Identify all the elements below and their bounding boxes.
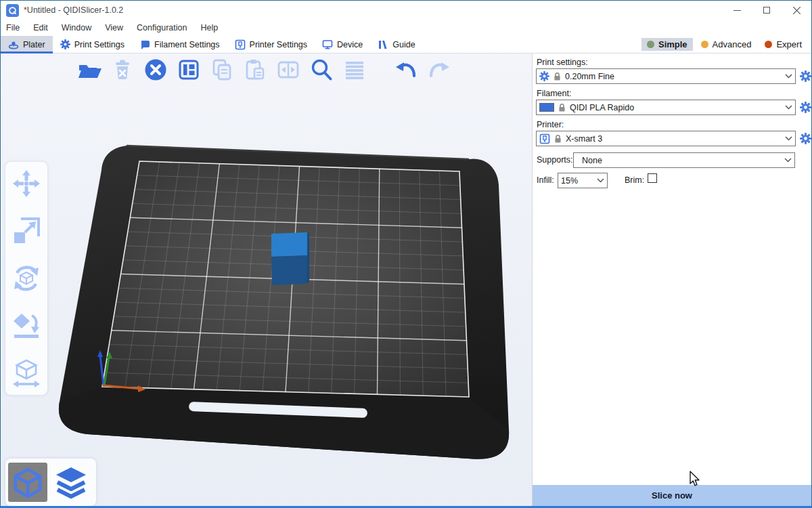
tray-front-face	[59, 387, 509, 459]
menu-view[interactable]: View	[105, 21, 130, 35]
tab-bar: Plater Print Settings Filament Settings …	[1, 36, 811, 54]
model-cube[interactable]	[271, 232, 309, 285]
paste-button[interactable]	[242, 57, 268, 83]
supports-value: None	[577, 156, 780, 165]
filament-label: Filament:	[537, 89, 571, 98]
supports-label: Supports:	[537, 155, 573, 165]
brim-label: Brim:	[625, 175, 644, 185]
maximize-button[interactable]	[752, 1, 782, 20]
filament-combo[interactable]: QIDI PLA Rapido	[536, 100, 796, 115]
filament-gear-button[interactable]	[799, 101, 811, 113]
chevron-down-icon	[785, 105, 792, 110]
print-settings-label: Print settings:	[537, 58, 588, 67]
arrange-button[interactable]	[176, 57, 202, 83]
tab-guide-label: Guide	[392, 40, 415, 49]
gear-icon	[800, 102, 811, 113]
slice-now-label: Slice now	[652, 490, 692, 501]
copy-button[interactable]	[209, 57, 235, 83]
lock-icon	[558, 103, 566, 112]
rotate-icon[interactable]	[12, 263, 41, 293]
slice-now-button[interactable]: Slice now	[533, 485, 811, 506]
tab-device[interactable]: Device	[315, 36, 370, 53]
build-plate-scene	[1, 54, 532, 506]
printer-label: Printer:	[537, 120, 564, 129]
undo-button[interactable]	[393, 57, 419, 83]
move-icon[interactable]	[12, 169, 41, 198]
chevron-down-icon	[785, 74, 792, 79]
advanced-dot-icon	[701, 41, 708, 48]
gear-icon	[800, 70, 811, 82]
chevron-down-icon	[597, 178, 604, 183]
printer-value: X-smart 3	[566, 134, 781, 144]
cube-3d-icon	[12, 466, 44, 499]
place-on-face-icon[interactable]	[12, 311, 41, 341]
plater-toolbar	[76, 57, 452, 83]
printer-combo[interactable]: X-smart 3	[536, 131, 796, 146]
lock-icon	[554, 72, 561, 81]
title-bar: *Untitled - QIDISlicer-1.0.2	[1, 1, 811, 20]
search-button[interactable]	[309, 57, 334, 83]
scale-icon[interactable]	[12, 216, 41, 246]
lock-icon	[554, 134, 562, 144]
infill-value: 15%	[561, 176, 593, 186]
menu-edit[interactable]: Edit	[33, 21, 55, 35]
mode-expert[interactable]: Expert	[759, 38, 807, 51]
minimize-button[interactable]	[722, 1, 752, 20]
menu-bar: File Edit Window View Configuration Help	[1, 20, 811, 36]
supports-combo[interactable]: None	[573, 152, 795, 168]
app-logo-icon	[6, 4, 19, 17]
delete-all-button[interactable]	[143, 57, 168, 83]
gear-icon	[60, 39, 70, 49]
menu-file[interactable]: File	[6, 21, 26, 35]
brim-checkbox[interactable]	[648, 173, 657, 183]
chevron-down-icon	[785, 136, 792, 141]
mode-selector: Simple Advanced Expert	[641, 36, 807, 53]
3d-editor-view-button[interactable]	[8, 463, 47, 502]
tab-print-settings[interactable]: Print Settings	[53, 36, 132, 53]
window-title: *Untitled - QIDISlicer-1.0.2	[24, 5, 123, 15]
filament-icon	[139, 39, 150, 50]
gear-icon	[539, 71, 549, 81]
delete-button[interactable]	[110, 57, 135, 83]
tab-device-label: Device	[337, 40, 363, 49]
tab-filament-settings[interactable]: Filament Settings	[132, 36, 227, 53]
layers-button[interactable]	[342, 57, 367, 83]
mode-simple[interactable]: Simple	[641, 38, 693, 51]
menu-configuration[interactable]: Configuration	[137, 21, 194, 35]
menu-help[interactable]: Help	[200, 21, 225, 35]
print-settings-gear-button[interactable]	[799, 70, 811, 82]
plater-icon	[8, 39, 19, 50]
gear-icon	[800, 133, 811, 144]
view-toggle-bar	[5, 459, 96, 506]
tab-printer-settings[interactable]: Printer Settings	[227, 36, 315, 53]
print-settings-value: 0.20mm Fine	[565, 72, 781, 81]
tab-printer-settings-label: Printer Settings	[250, 40, 307, 49]
printer-icon	[539, 133, 550, 144]
expert-dot-icon	[765, 41, 772, 48]
settings-panel: Print settings: 0.20mm Fine Filament:	[532, 54, 811, 506]
guide-icon	[378, 39, 388, 50]
close-button[interactable]	[782, 1, 811, 20]
viewport-3d[interactable]	[1, 54, 532, 506]
tab-plater[interactable]: Plater	[1, 36, 53, 53]
tab-print-settings-label: Print Settings	[74, 40, 125, 49]
simple-dot-icon	[647, 41, 654, 48]
mode-advanced-label: Advanced	[713, 39, 752, 49]
tab-guide[interactable]: Guide	[370, 36, 422, 53]
mode-advanced[interactable]: Advanced	[696, 38, 757, 51]
filament-value: QIDI PLA Rapido	[570, 103, 781, 112]
print-settings-combo[interactable]: 0.20mm Fine	[536, 68, 796, 84]
split-button[interactable]	[275, 57, 301, 83]
infill-combo[interactable]: 15%	[558, 173, 608, 188]
app-window: *Untitled - QIDISlicer-1.0.2 File Edit W…	[0, 0, 812, 508]
open-button[interactable]	[76, 57, 102, 83]
redo-button[interactable]	[426, 57, 452, 83]
preview-layers-view-button[interactable]	[51, 463, 91, 502]
menu-window[interactable]: Window	[62, 21, 98, 35]
mode-simple-label: Simple	[658, 39, 687, 49]
measure-icon[interactable]	[12, 358, 41, 388]
printer-gear-button[interactable]	[799, 132, 811, 144]
printer-icon	[235, 39, 246, 50]
tab-plater-label: Plater	[23, 40, 45, 49]
device-icon	[322, 39, 333, 50]
